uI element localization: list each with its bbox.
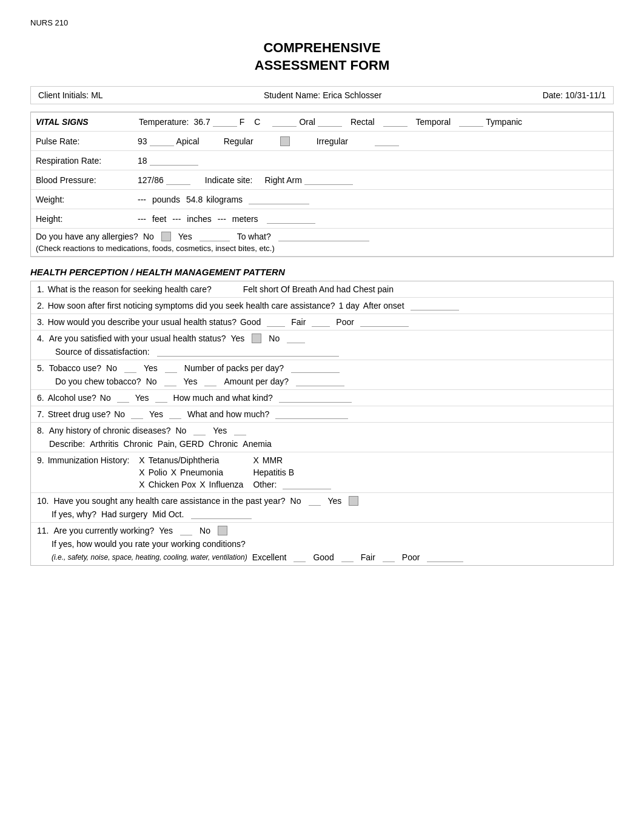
pulse-label: Pulse Rate: [36,136,133,146]
q9-x5: X [139,480,144,489]
q10-midoct: Mid Oct. [152,509,184,519]
q8-arthritis: Arthritis [90,439,118,449]
q10-ifyes: If yes, why? [52,509,96,519]
temperature-row: VITAL SIGNS Temperature: 36.7 F C Oral R… [31,112,613,132]
temp-c: C [254,117,260,127]
pulse-value: 93 [138,136,147,146]
q11-fair: Fair [361,552,375,562]
q5-yes1: Yes [144,363,158,373]
q9-influenza: Influenza [209,480,244,489]
q5-no2-underline [164,377,176,386]
q8-anemia: Anemia [243,439,271,449]
bp-site-underline [304,175,353,185]
q9-other-underline [283,480,331,489]
q4-no: No [269,334,280,343]
q10-no: No [290,496,301,506]
q5-yes2-underline [204,377,216,386]
q7-yes: Yes [149,409,163,419]
temp-underline [213,117,237,127]
q8-pain-gerd: Pain, GERD [158,439,204,449]
resp-value: 18 [138,156,147,166]
q10-yes: Yes [328,496,342,506]
height-meters: meters [232,214,258,224]
q11-good: Good [313,552,334,562]
weight-pounds: pounds [152,195,180,204]
pulse-row: Pulse Rate: 93 Apical Regular Irregular [31,132,613,151]
height-inches: inches [187,214,211,224]
weight-row: Weight: --- pounds 54.8 kilograms [31,190,613,209]
q6-how-underline [279,393,352,403]
date: Date: 10/31-11/1 [543,90,606,100]
q3-poor: Poor [336,317,354,327]
pulse-apical: Apical [176,136,200,146]
pulse-irregular-underline [375,136,399,146]
q4-block: 4. Are you satisfied with your usual hea… [31,330,613,360]
allergies-towhat-underline [278,232,369,241]
weight-label: Weight: [36,195,133,204]
q11-poor: Poor [402,552,420,562]
pulse-regular-box [280,136,290,146]
weight-dashes: --- [138,195,146,204]
q6-how: How much and what kind? [173,393,273,403]
allergies-yes: Yes [178,232,192,241]
q8-num: 8. [37,426,44,435]
q10-ifyes-underline [191,509,252,519]
weight-kg-value: 54.8 [186,195,203,204]
q6-yes-underline [155,393,167,403]
q8-describe: Describe: [49,439,85,449]
q1-num: 1. [37,284,44,294]
q10-text: Have you sought any health care assistan… [53,496,285,506]
q6-no: No [100,393,111,403]
q7-block: 7. Street drug use? No Yes What and how … [31,406,613,423]
q1-text: What is the reason for seeking health ca… [48,284,212,294]
height-dashes2: --- [172,214,181,224]
height-row: Height: --- feet --- inches --- meters [31,209,613,229]
q5-no1: No [106,363,117,373]
q1-answer: Felt short Of Breath And had Chest pain [243,284,394,294]
q9-x4: X [171,468,176,477]
pulse-regular: Regular [224,136,253,146]
health-perception-section: 1. What is the reason for seeking health… [30,281,614,566]
bp-underline [166,175,190,185]
vital-signs-label: VITAL SIGNS [36,117,133,127]
temp-rectal: Rectal [351,117,375,127]
q8-text: Any history of chronic diseases? [49,426,171,435]
q4-no-underline [287,334,305,343]
q6-no-underline [117,393,129,403]
q4-text: Are you satisfied with your usual health… [49,334,226,343]
q7-no: No [114,409,125,419]
q1-block: 1. What is the reason for seeking health… [31,281,613,298]
q2-block: 2. How soon after first noticing symptom… [31,298,613,314]
height-feet: feet [152,214,166,224]
temp-temporal: Temporal [416,117,451,127]
q9-tetanus: Tetanus/Diphtheria [149,455,220,465]
q5-yes1-underline [165,363,177,373]
q5-packs-underline [291,363,340,373]
q11-yes: Yes [159,526,173,535]
height-dashes3: --- [218,214,226,224]
q11-small: (i.e., safety, noise, space, heating, co… [52,553,247,562]
allergies-towhat: To what? [237,232,271,241]
q3-block: 3. How would you describe your usual hea… [31,314,613,330]
q8-no-underline [193,426,206,435]
temp-gender: F [240,117,245,127]
q9-mmr: MMR [263,455,283,465]
q3-good: Good [240,317,261,327]
q5-yes2: Yes [184,377,198,386]
allergies-note: (Check reactions to medications, foods, … [36,244,275,253]
q11-no: No [200,526,210,535]
q9-block: 9. Immunization History: X Tetanus/Dipht… [31,452,613,493]
q2-after: After onset [363,301,404,310]
q9-chickenpox: Chicken Pox [149,480,196,489]
q5-packs: Number of packs per day? [184,363,284,373]
temperature-value: 36.7 [193,117,210,127]
q8-yes-underline [234,426,246,435]
temp-rectal-underline [383,117,408,127]
height-dashes1: --- [138,214,146,224]
student-name: Student Name: Erica Schlosser [264,90,382,100]
q6-text: Alcohol use? [48,393,96,403]
allergies-no-box [161,232,171,241]
allergies-no: No [143,232,154,241]
q4-yes: Yes [231,334,245,343]
pulse-irregular: Irregular [317,136,348,146]
